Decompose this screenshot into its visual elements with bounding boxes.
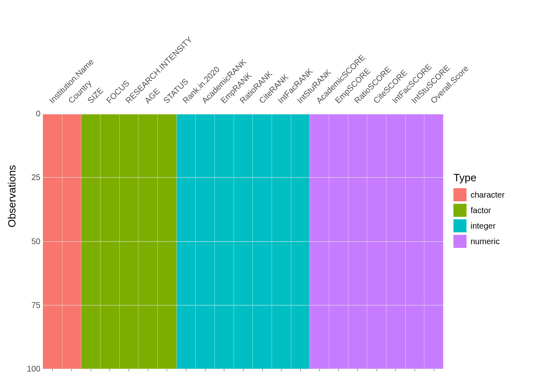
bar-column [405,114,424,369]
bar-column [348,114,367,369]
y-gridline [43,369,443,369]
bar-column [176,114,196,369]
y-gridline [43,177,443,178]
legend-swatch [453,188,466,201]
chart-container: Observations 0255075100 Institution.Name… [0,0,549,392]
y-axis-tick-label: 100 [16,364,40,374]
legend-label: factor [471,206,491,215]
legend-item: character [453,188,539,201]
y-axis-tick-label: 25 [16,173,40,182]
bar-column [100,114,119,369]
y-axis-tick-label: 50 [16,236,40,246]
legend-title: Type [453,172,539,184]
bar-column [367,114,386,369]
bar-column [424,114,443,369]
y-axis-title: Observations [4,0,20,392]
bar-column [214,114,234,369]
bar-column [138,114,157,369]
y-gridline [43,305,443,305]
bar-column [157,114,176,369]
plot-panel [43,114,443,369]
y-axis-tick-label: 0 [16,109,40,118]
legend-label: character [471,190,504,200]
legend-swatch [453,219,466,232]
bar-column [252,114,272,369]
bar-column [386,114,405,369]
bar-column [62,114,81,369]
bar-column [329,114,348,369]
bar-column [310,114,329,369]
bar-column [234,114,253,369]
y-gridline [43,114,443,114]
x-axis-labels: Institution.NameCountrySIZEFOCUSRESEARCH… [43,0,443,114]
legend-label: integer [471,221,495,231]
legend: Type characterfactorintegernumeric [453,172,539,250]
legend-label: numeric [471,237,500,246]
legend-item: integer [453,219,539,232]
legend-items: characterfactorintegernumeric [453,188,539,248]
y-axis-tick-label: 75 [16,300,40,310]
y-gridline [43,241,443,242]
bar-column [81,114,100,369]
bar-column [43,114,62,369]
legend-swatch [453,204,466,217]
bar-column [272,114,291,369]
bar-column [119,114,138,369]
legend-swatch [453,235,466,248]
bar-column [195,114,214,369]
legend-item: factor [453,204,539,217]
bar-column [291,114,310,369]
legend-item: numeric [453,235,539,248]
